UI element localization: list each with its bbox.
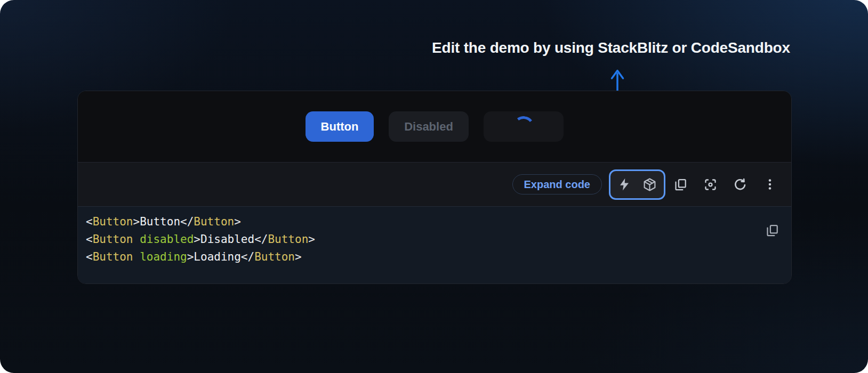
code-block: <Button>Button</Button><Button disabled>… xyxy=(78,206,791,283)
stackblitz-lightning-icon[interactable] xyxy=(617,177,631,191)
loading-button[interactable] xyxy=(484,111,564,142)
codesandbox-box-icon[interactable] xyxy=(642,177,657,192)
code-lines: <Button>Button</Button><Button disabled>… xyxy=(86,213,743,266)
loading-spinner-icon xyxy=(511,115,535,139)
demo-preview-area: Button Disabled xyxy=(78,91,791,162)
code-line: <Button disabled>Disabled</Button> xyxy=(86,231,743,248)
focus-scan-icon[interactable] xyxy=(702,176,718,192)
code-line: <Button loading>Loading</Button> xyxy=(86,248,743,266)
annotation-heading: Edit the demo by using StackBlitz or Cod… xyxy=(432,39,805,56)
more-menu-icon[interactable] xyxy=(762,176,778,192)
edit-online-group xyxy=(609,169,665,200)
copy-icon[interactable] xyxy=(672,176,688,192)
code-line: <Button>Button</Button> xyxy=(86,213,743,231)
docs-demo-page: Edit the demo by using StackBlitz or Cod… xyxy=(0,0,868,373)
expand-code-button[interactable]: Expand code xyxy=(512,174,602,194)
demo-toolbar: Expand code xyxy=(78,162,791,206)
primary-button[interactable]: Button xyxy=(306,111,374,142)
demo-card: Button Disabled Expand code xyxy=(77,91,792,284)
copy-code-icon[interactable] xyxy=(765,223,779,238)
refresh-icon[interactable] xyxy=(732,176,748,192)
disabled-button[interactable]: Disabled xyxy=(389,111,469,142)
